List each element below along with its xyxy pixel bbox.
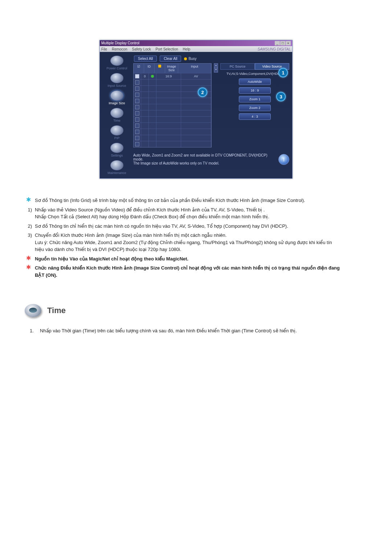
callout-3: 3: [276, 92, 286, 101]
row-checkbox[interactable]: [135, 86, 139, 91]
list-item: ✱Nguồn tín hiệu Vào của MagicNet chỉ hoạ…: [25, 255, 340, 263]
list-item: 2)Sơ đồ Thông tin chỉ hiển thị các màn h…: [25, 223, 340, 230]
info-grid[interactable]: ☑ ID Image Size Input 016:9AV: [133, 63, 212, 147]
list-item: 1)Nhấp vào thẻ Video Source (Nguồn Video…: [25, 206, 340, 220]
row-checkbox[interactable]: [135, 142, 139, 146]
table-row[interactable]: 016:9AV: [134, 73, 211, 79]
brand-label: SAMSUNG DIGITAL: [258, 47, 291, 51]
table-row[interactable]: [134, 141, 211, 147]
menu-items[interactable]: File Remocon Safety Lock Port Selection …: [101, 47, 194, 51]
row-checkbox[interactable]: [135, 117, 139, 122]
table-row[interactable]: [134, 135, 211, 141]
workarea: Select All Clear All Busy ☑ ID Image Siz…: [133, 56, 289, 175]
select-all-button[interactable]: Select All: [134, 56, 157, 62]
star-icon: ✱: [25, 255, 32, 263]
callout-2: 2: [198, 88, 207, 97]
maintenance-icon: [110, 160, 123, 170]
list-item: 1.Nhấp vào Thời gian (Time) trên các biể…: [30, 327, 340, 335]
row-checkbox[interactable]: [135, 123, 139, 128]
titlebar: Multiple Display Control _□×: [100, 40, 292, 46]
row-checkbox[interactable]: [135, 99, 139, 103]
image-size-option[interactable]: 4 : 3: [239, 113, 271, 120]
row-checkbox[interactable]: [135, 80, 139, 85]
time-icon: [110, 108, 123, 118]
sidebar-item-time[interactable]: Time: [103, 108, 131, 123]
status-dot-icon: [151, 75, 154, 78]
tab-pc-source[interactable]: PC Source: [220, 63, 255, 70]
source-tabs: PC Source Video Source: [220, 63, 289, 70]
list-item: 3)Chuyển đổi Kích thước Hình ảnh (Image …: [25, 232, 340, 253]
section-heading-time: Time: [25, 304, 340, 317]
star-icon: ✱: [25, 264, 32, 279]
app-window: Multiple Display Control _□× File Remoco…: [99, 40, 293, 179]
time-section-icon: [25, 304, 41, 317]
row-checkbox[interactable]: [135, 136, 139, 140]
sidebar-item-maintenance[interactable]: Maintenance: [103, 160, 131, 175]
image-size-option[interactable]: 16 : 9: [239, 87, 271, 94]
section-title: Time: [47, 306, 66, 315]
list-item: ✱Chức năng Điều khiển Kích thước Hình ản…: [25, 264, 340, 279]
sidebar-item-image-size[interactable]: Image Size: [103, 90, 131, 106]
sidebar-item-settings[interactable]: Settings: [103, 143, 131, 158]
footer-note: Auto Wide, Zoom1 and Zoom2 are not avail…: [133, 153, 289, 165]
info-icon: !: [278, 154, 289, 165]
grid-header: ☑ ID Image Size Input: [134, 64, 211, 73]
clear-all-button[interactable]: Clear All: [160, 56, 181, 62]
table-row[interactable]: [134, 79, 211, 85]
document-body: ✱Sơ đồ Thông tin (Info Grid) sẽ trình bà…: [25, 197, 340, 335]
row-checkbox[interactable]: [135, 105, 139, 109]
star-icon: ✱: [25, 197, 32, 204]
table-row[interactable]: [134, 116, 211, 122]
table-row[interactable]: [134, 129, 211, 135]
power-icon: [110, 56, 123, 66]
image-size-option[interactable]: AutoWide: [239, 78, 271, 85]
window-title: Multiple Display Control: [101, 40, 139, 46]
table-row[interactable]: [134, 122, 211, 129]
window-controls[interactable]: _□×: [274, 40, 291, 46]
sidebar-item-pip[interactable]: PIP: [103, 125, 131, 141]
pip-icon: [110, 125, 123, 135]
row-checkbox[interactable]: [135, 111, 139, 116]
busy-indicator: Busy: [184, 57, 196, 61]
sidebar-item-power-control[interactable]: Power Control: [103, 56, 131, 71]
image-size-icon: [110, 90, 123, 101]
image-size-option[interactable]: Zoom 2: [239, 105, 271, 111]
callout-1: 1: [278, 68, 288, 77]
row-checkbox[interactable]: [135, 130, 139, 134]
sidebar: Power Control Input Source Image Size Ti…: [103, 56, 131, 175]
list-item: ✱Sơ đồ Thông tin (Info Grid) sẽ trình bà…: [25, 197, 340, 204]
table-row[interactable]: [134, 104, 211, 110]
settings-icon: [110, 143, 123, 153]
table-row[interactable]: [134, 98, 211, 104]
image-size-option[interactable]: Zoom 1: [239, 96, 271, 102]
row-checkbox[interactable]: [135, 74, 139, 78]
row-checkbox[interactable]: [135, 93, 139, 97]
menubar: File Remocon Safety Lock Port Selection …: [100, 46, 292, 52]
input-source-icon: [110, 73, 123, 83]
toolbar: Select All Clear All Busy: [134, 56, 289, 62]
grid-scrollbar[interactable]: ▴▾: [214, 63, 218, 73]
sidebar-item-input-source[interactable]: Input Source: [103, 73, 131, 88]
table-row[interactable]: [134, 110, 211, 116]
